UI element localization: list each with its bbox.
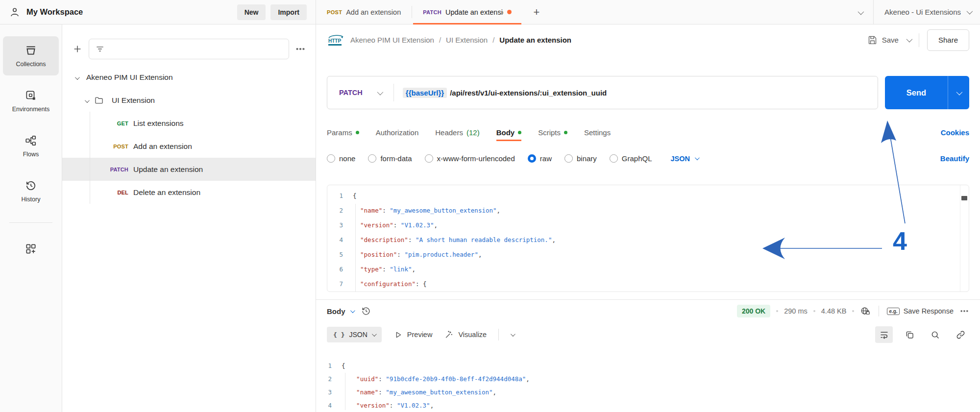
beautify-link[interactable]: Beautify — [940, 154, 969, 163]
indent-guide — [90, 112, 90, 204]
wrap-text-icon[interactable] — [875, 326, 893, 343]
tree-folder-row[interactable]: UI Extension — [62, 89, 316, 112]
collection-search-box[interactable] — [89, 39, 289, 59]
braces-icon: { } — [333, 331, 344, 339]
code-line: 4 "description": "A short human readable… — [327, 232, 969, 247]
tree-request-row-update-an-extension[interactable]: PATCH Update an extension — [62, 158, 316, 181]
chevron-down-icon — [377, 89, 383, 95]
preview-button[interactable]: Preview — [393, 330, 433, 339]
scrollbar-thumb[interactable] — [961, 196, 967, 200]
workspace-header: My Workspace New Import — [0, 0, 316, 24]
headers-count: (12) — [466, 128, 480, 137]
send-options-chevron-icon[interactable] — [948, 76, 969, 109]
cookies-link[interactable]: Cookies — [941, 128, 969, 137]
collection-tree: Akeneo PIM UI Extension UI Extension GET… — [62, 66, 316, 204]
tab-update-an-extension[interactable]: PATCH Update an extension — [412, 0, 522, 24]
request-name: Add an extension — [133, 142, 192, 151]
configure-sidebar-icon[interactable] — [24, 242, 37, 255]
tab-body[interactable]: Body — [496, 120, 522, 145]
chevron-down-icon[interactable] — [75, 73, 78, 82]
collection-name: Akeneo PIM UI Extension — [86, 73, 173, 82]
save-response-button[interactable]: e.g. Save Response — [887, 307, 954, 315]
preview-icon — [393, 330, 403, 339]
tab-settings[interactable]: Settings — [584, 120, 611, 145]
environment-area: Akeneo - Ui Extensions — [849, 0, 980, 24]
green-dot — [518, 131, 521, 134]
tree-request-row-delete-an-extension[interactable]: DEL Delete an extension — [62, 181, 316, 204]
body-type-raw[interactable]: raw — [528, 154, 552, 163]
more-options-icon[interactable] — [295, 44, 306, 54]
environment-selector[interactable]: Akeneo - Ui Extensions — [884, 8, 961, 16]
sidebar-collapse-chevron-icon[interactable] — [858, 8, 862, 17]
response-body-code: 1{2 "uuid": "91b0cdfe-20b9-4f0b-8eff-4f2… — [316, 359, 980, 412]
new-tab-button[interactable]: + — [529, 5, 544, 20]
search-icon[interactable] — [926, 326, 944, 343]
radio-icon — [564, 154, 573, 163]
body-type-binary[interactable]: binary — [564, 154, 597, 163]
add-collection-icon[interactable] — [72, 44, 83, 54]
request-name: Delete an extension — [133, 188, 200, 197]
rail-label: History — [22, 196, 41, 203]
divider — [393, 84, 394, 101]
response-size: 4.48 KB — [821, 307, 847, 315]
collection-search-input[interactable] — [109, 45, 283, 53]
visualize-button[interactable]: Visualize — [444, 330, 487, 339]
save-button[interactable]: Save — [867, 35, 899, 45]
breadcrumb-collection[interactable]: Akeneo PIM UI Extension — [350, 36, 434, 44]
body-type-graphql[interactable]: GraphQL — [610, 154, 652, 163]
response-body-viewer[interactable]: 1{2 "uuid": "91b0cdfe-20b9-4f0b-8eff-4f2… — [316, 347, 980, 412]
history-icon — [24, 179, 37, 192]
breadcrumb-folder[interactable]: UI Extension — [446, 36, 488, 44]
request-name: List extensions — [133, 119, 184, 128]
save-options-chevron-icon[interactable] — [906, 38, 911, 42]
tab-add-an-extension[interactable]: POST Add an extension — [316, 0, 412, 24]
body-type-form-data[interactable]: form-data — [368, 154, 412, 163]
response-body-selector[interactable]: Body — [327, 307, 354, 315]
send-button[interactable]: Send — [885, 76, 969, 109]
sidebar-item-flows[interactable]: Flows — [3, 126, 59, 166]
code-line: 6 "type": "link", — [327, 262, 969, 276]
method-selector[interactable]: PATCH — [327, 89, 393, 97]
new-button[interactable]: New — [237, 4, 266, 20]
chevron-down-icon[interactable] — [85, 96, 88, 105]
breadcrumb: HTTP Akeneo PIM UI Extension / UI Extens… — [316, 24, 980, 55]
collections-toolbar — [62, 38, 316, 60]
sidebar-item-collections[interactable]: Collections — [3, 36, 59, 75]
tab-scripts[interactable]: Scripts — [538, 120, 567, 145]
indent-guide — [355, 204, 356, 292]
body-type-x-www-form-urlencoded[interactable]: x-www-form-urlencoded — [425, 154, 515, 163]
method-badge: POST — [104, 144, 128, 149]
magic-wand-icon — [444, 330, 454, 339]
body-format-selector[interactable]: JSON — [671, 155, 699, 163]
tree-request-row-add-an-extension[interactable]: POST Add an extension — [62, 135, 316, 158]
copy-icon[interactable] — [901, 326, 918, 343]
tree-collection-row[interactable]: Akeneo PIM UI Extension — [62, 66, 316, 89]
filter-icon — [95, 44, 105, 54]
network-info-icon[interactable] — [860, 306, 871, 316]
response-time: 290 ms — [784, 307, 808, 315]
chevron-down-icon[interactable] — [967, 10, 971, 14]
url-input[interactable]: {{baseUrl}} /api/rest/v1/ui-extensions/:… — [403, 88, 607, 98]
response-format-selector[interactable]: { } JSON — [327, 327, 382, 342]
import-button[interactable]: Import — [270, 4, 307, 20]
tab-authorization[interactable]: Authorization — [376, 120, 419, 145]
sidebar-item-history[interactable]: History — [3, 171, 59, 211]
response-view-chevron-icon[interactable] — [511, 333, 514, 337]
radio-icon — [368, 154, 376, 163]
tab-params[interactable]: Params — [327, 120, 359, 145]
tab-headers[interactable]: Headers(12) — [435, 120, 479, 145]
response-toolbar: { } JSON Preview Visualize — [316, 322, 980, 347]
http-request-icon: HTTP — [327, 34, 344, 47]
response-history-icon[interactable] — [361, 306, 371, 316]
tab-label: Add an extension — [346, 8, 401, 16]
request-body-editor[interactable]: 1{2 "name": "my_awesome_button_extension… — [327, 185, 969, 292]
code-line: 5 "position": "pim.product.header", — [327, 247, 969, 262]
method-value: PATCH — [339, 89, 363, 97]
tree-request-row-list-extensions[interactable]: GET List extensions — [62, 112, 316, 135]
share-button[interactable]: Share — [927, 29, 969, 51]
response-more-options-icon[interactable] — [959, 306, 969, 316]
sidebar-item-environments[interactable]: Environments — [3, 81, 59, 121]
rail-label: Flows — [23, 151, 39, 158]
link-icon[interactable] — [952, 326, 969, 343]
body-type-none[interactable]: none — [327, 154, 355, 163]
